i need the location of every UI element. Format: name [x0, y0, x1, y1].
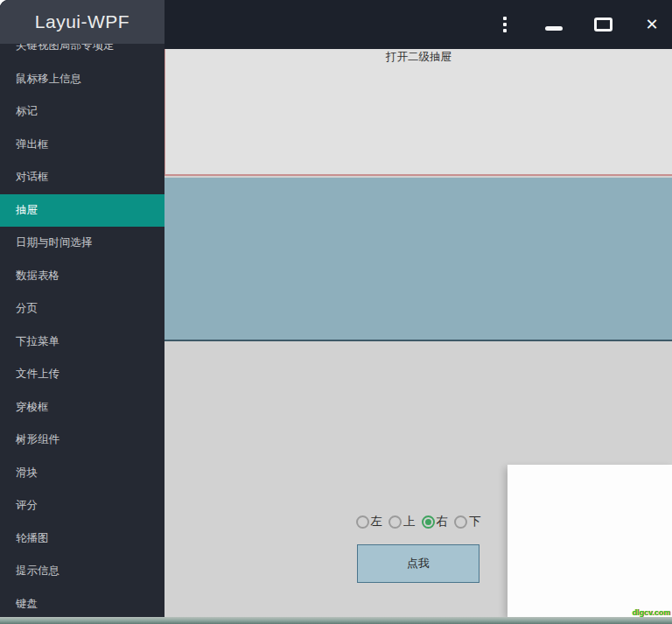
click-me-button[interactable]: 点我 — [357, 544, 480, 583]
radio-dot — [360, 519, 366, 525]
sidebar-item-16[interactable]: 提示信息 — [0, 555, 164, 588]
sidebar-item-2[interactable]: 标记 — [0, 95, 164, 129]
maximize-button[interactable] — [590, 10, 616, 39]
sidebar-item-8[interactable]: 分页 — [0, 292, 164, 326]
minimize-button[interactable] — [541, 10, 567, 39]
sidebar-item-13[interactable]: 滑块 — [0, 457, 164, 490]
kebab-menu-icon[interactable] — [492, 10, 518, 39]
sidebar-item-3[interactable]: 弹出框 — [0, 129, 164, 162]
top-drawer-area: 打开二级抽屉 — [164, 49, 672, 176]
minimize-icon — [545, 26, 563, 31]
sidebar-item-0[interactable]: 关键视图局部专项定 — [0, 44, 164, 63]
sidebar-item-5[interactable]: 抽屉 — [0, 194, 164, 228]
radio-circle-icon[interactable] — [356, 515, 369, 529]
open-second-drawer-button[interactable]: 打开二级抽屉 — [386, 49, 452, 65]
sidebar-menu-viewport: 关键视图局部专项定鼠标移上信息标记弹出框对话框抽屉日期与时间选择数据表格分页下拉… — [0, 44, 164, 617]
radio-option-1[interactable]: 上 — [388, 514, 416, 529]
close-icon: ✕ — [645, 17, 658, 32]
radio-circle-icon[interactable] — [422, 515, 435, 529]
sidebar: 关键视图局部专项定鼠标移上信息标记弹出框对话框抽屉日期与时间选择数据表格分页下拉… — [0, 0, 164, 617]
window-bottom-edge — [0, 617, 672, 624]
sidebar-item-12[interactable]: 树形组件 — [0, 424, 164, 457]
radio-label: 左 — [371, 514, 383, 529]
sidebar-item-11[interactable]: 穿梭框 — [0, 391, 164, 424]
radio-option-2[interactable]: 右 — [422, 514, 449, 529]
radio-dot — [425, 519, 431, 525]
radio-label: 右 — [437, 514, 449, 529]
sidebar-item-17[interactable]: 键盘 — [0, 588, 164, 618]
radio-option-0[interactable]: 左 — [356, 514, 383, 529]
main-content: 打开二级抽屉 左上右下 点我 dlgcv.com — [164, 49, 672, 617]
radio-circle-icon[interactable] — [454, 515, 467, 529]
radio-label: 上 — [403, 514, 416, 529]
maximize-icon — [594, 18, 612, 32]
radio-label: 下 — [469, 514, 481, 529]
app-title-text: Layui-WPF — [35, 11, 130, 32]
sidebar-item-7[interactable]: 数据表格 — [0, 260, 164, 293]
watermark-text: dlgcv.com — [632, 608, 670, 617]
sidebar-item-6[interactable]: 日期与时间选择 — [0, 227, 164, 260]
app-window: ✕ 关键视图局部专项定鼠标移上信息标记弹出框对话框抽屉日期与时间选择数据表格分页… — [0, 0, 672, 624]
sidebar-item-15[interactable]: 轮播图 — [0, 522, 164, 556]
app-title: Layui-WPF — [0, 0, 164, 44]
radio-option-3[interactable]: 下 — [454, 514, 481, 529]
close-button[interactable]: ✕ — [639, 10, 665, 39]
sidebar-item-1[interactable]: 鼠标移上信息 — [0, 63, 164, 96]
sidebar-item-9[interactable]: 下拉菜单 — [0, 326, 164, 359]
titlebar-buttons: ✕ — [492, 0, 665, 49]
radio-dot — [458, 519, 464, 525]
sidebar-menu: 关键视图局部专项定鼠标移上信息标记弹出框对话框抽屉日期与时间选择数据表格分页下拉… — [0, 44, 164, 617]
sidebar-item-10[interactable]: 文件上传 — [0, 358, 164, 391]
drawer-overlay-band — [164, 178, 672, 341]
radio-circle-icon[interactable] — [388, 515, 402, 529]
radio-dot — [392, 519, 398, 525]
right-drawer-panel — [508, 465, 672, 617]
sidebar-item-4[interactable]: 对话框 — [0, 161, 164, 194]
sidebar-item-14[interactable]: 评分 — [0, 489, 164, 522]
